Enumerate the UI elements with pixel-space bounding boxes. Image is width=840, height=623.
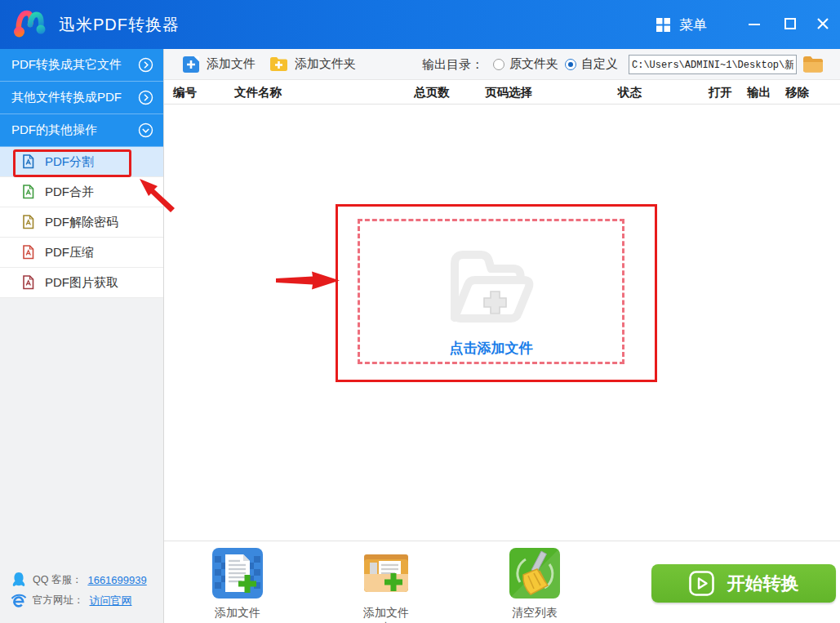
- column-header-index: 编号: [173, 80, 197, 105]
- sidebar-submenu: PDF分割 PDF合并 PDF解除密码: [0, 147, 163, 298]
- add-folder-big-button[interactable]: 添加文件夹: [360, 548, 412, 623]
- start-convert-label: 开始转换: [727, 572, 799, 596]
- sidebar-section-label: PDF转换成其它文件: [11, 57, 138, 73]
- pdf-file-icon: [22, 185, 35, 199]
- chevron-right-circle-icon: [138, 90, 153, 105]
- sidebar-subitem-label: PDF图片获取: [45, 275, 118, 291]
- start-convert-button[interactable]: 开始转换: [651, 564, 836, 603]
- sidebar-item-pdf-merge[interactable]: PDF合并: [0, 177, 163, 207]
- open-folder-add-icon: [430, 241, 553, 337]
- maximize-icon: [784, 17, 797, 30]
- menu-grid-icon: [656, 18, 670, 32]
- sidebar-item-pdf-split[interactable]: PDF分割: [0, 147, 163, 177]
- dropzone[interactable]: 点击添加文件: [358, 219, 624, 364]
- add-file-big-icon: [212, 548, 263, 599]
- titlebar: 迅米PDF转换器 菜单: [0, 0, 840, 49]
- radio-original-label: 原文件夹: [509, 56, 558, 72]
- pdf-file-icon: [22, 215, 35, 229]
- column-header-status: 状态: [618, 80, 642, 105]
- clear-list-label: 清空列表: [509, 606, 561, 621]
- official-site-link[interactable]: 访问官网: [90, 594, 132, 608]
- app-window: 迅米PDF转换器 菜单 PDF转换成其它文: [0, 0, 840, 623]
- browse-folder-button[interactable]: [802, 56, 824, 73]
- maximize-button[interactable]: [776, 9, 805, 38]
- site-label: 官方网址：: [33, 594, 84, 607]
- add-file-button[interactable]: 添加文件: [182, 49, 256, 79]
- column-header-page-select: 页码选择: [485, 80, 532, 105]
- column-header-open: 打开: [709, 80, 732, 105]
- qq-label: QQ 客服：: [33, 573, 82, 587]
- radio-custom-folder[interactable]: 自定义: [565, 49, 618, 79]
- add-file-icon: [182, 56, 200, 73]
- add-file-big-label: 添加文件: [211, 606, 264, 621]
- pdf-file-icon: [22, 245, 35, 260]
- browser-icon: [11, 593, 27, 609]
- radio-original-folder[interactable]: 原文件夹: [493, 49, 558, 79]
- minimize-icon: [748, 17, 761, 30]
- column-header-output: 输出: [747, 80, 771, 105]
- close-button[interactable]: [808, 9, 838, 38]
- chevron-right-circle-icon: [138, 57, 153, 73]
- play-icon: [689, 571, 714, 596]
- app-logo-icon: [11, 7, 47, 42]
- minimize-button[interactable]: [740, 9, 769, 38]
- sidebar-section-label: PDF的其他操作: [11, 122, 138, 138]
- close-icon: [816, 17, 829, 30]
- chevron-down-circle-icon: [138, 122, 153, 138]
- add-folder-big-icon: [361, 548, 411, 599]
- sidebar-subitem-label: PDF解除密码: [45, 215, 118, 230]
- column-header-filename: 文件名称: [234, 80, 282, 105]
- file-list-header: 编号 文件名称 总页数 页码选择 状态 打开 输出 移除: [164, 80, 840, 105]
- sidebar-item-pdf-unlock[interactable]: PDF解除密码: [0, 207, 163, 238]
- radio-circle-checked-icon: [565, 59, 576, 70]
- output-dir-label: 输出目录：: [422, 49, 483, 79]
- toolbar: 添加文件 添加文件夹 输出目录： 原文件夹 自定义: [164, 49, 840, 80]
- support-info: QQ 客服： 1661699939 官方网址： 访问官网: [11, 570, 147, 611]
- sidebar-item-pdf-to-other[interactable]: PDF转换成其它文件: [0, 49, 163, 82]
- add-file-big-button[interactable]: 添加文件: [211, 548, 264, 621]
- pdf-file-icon: [22, 275, 35, 290]
- output-path-input[interactable]: [629, 55, 797, 74]
- sidebar-subitem-label: PDF分割: [45, 154, 94, 170]
- add-folder-button[interactable]: 添加文件夹: [269, 49, 356, 79]
- add-folder-icon: [269, 56, 288, 72]
- sidebar: PDF转换成其它文件 其他文件转换成PDF PDF的其他操作: [0, 49, 164, 623]
- sidebar-item-pdf-compress[interactable]: PDF压缩: [0, 238, 163, 268]
- qq-number-link[interactable]: 1661699939: [87, 574, 146, 586]
- menu-button[interactable]: 菜单: [656, 10, 707, 39]
- sidebar-subitem-label: PDF合并: [45, 185, 94, 200]
- radio-circle-icon: [493, 59, 504, 70]
- sidebar-subitem-label: PDF压缩: [45, 245, 94, 260]
- radio-custom-label: 自定义: [581, 56, 618, 72]
- qq-icon: [11, 572, 27, 589]
- bottombar: 添加文件 添加文件夹: [164, 541, 840, 623]
- browse-folder-icon: [802, 56, 824, 73]
- add-folder-label: 添加文件夹: [295, 56, 356, 72]
- sidebar-item-other-to-pdf[interactable]: 其他文件转换成PDF: [0, 82, 163, 114]
- clear-list-broom-icon: [509, 548, 560, 599]
- add-file-label: 添加文件: [207, 56, 256, 72]
- column-header-total-pages: 总页数: [414, 80, 450, 105]
- dropzone-hint: 点击添加文件: [450, 339, 533, 358]
- add-folder-big-label: 添加文件夹: [360, 606, 412, 623]
- sidebar-section-label: 其他文件转换成PDF: [11, 90, 138, 105]
- clear-list-button[interactable]: 清空列表: [509, 548, 561, 621]
- column-header-remove: 移除: [785, 80, 809, 105]
- menu-label: 菜单: [679, 16, 707, 34]
- sidebar-item-pdf-other-ops[interactable]: PDF的其他操作: [0, 114, 163, 147]
- sidebar-item-pdf-extract-images[interactable]: PDF图片获取: [0, 268, 163, 298]
- app-title: 迅米PDF转换器: [59, 0, 180, 49]
- pdf-file-icon: [22, 154, 35, 169]
